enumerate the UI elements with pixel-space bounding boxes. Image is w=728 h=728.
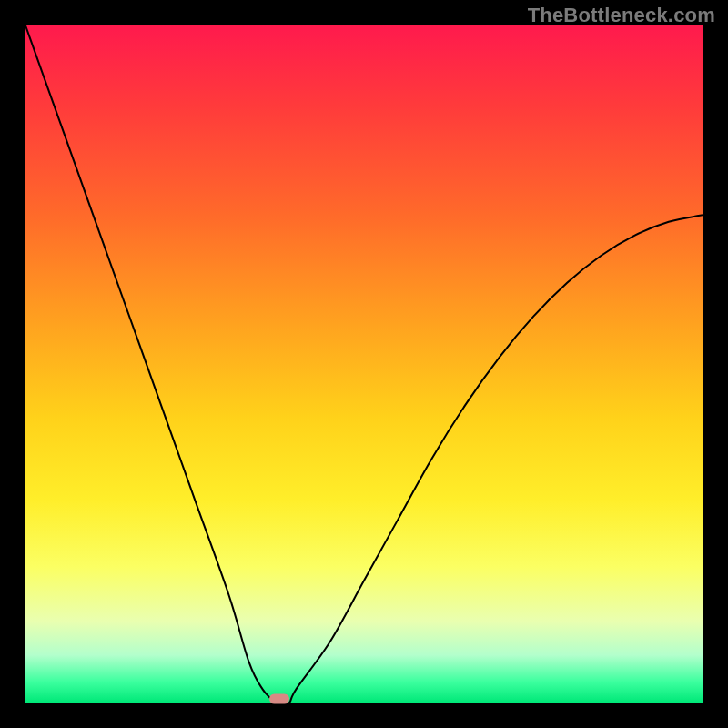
optimum-marker [269, 694, 289, 704]
chart-frame: TheBottleneck.com [0, 0, 728, 728]
plot-area [25, 25, 703, 703]
bottleneck-curve [25, 25, 703, 703]
watermark-text: TheBottleneck.com [528, 4, 715, 27]
curve-path [25, 25, 703, 703]
